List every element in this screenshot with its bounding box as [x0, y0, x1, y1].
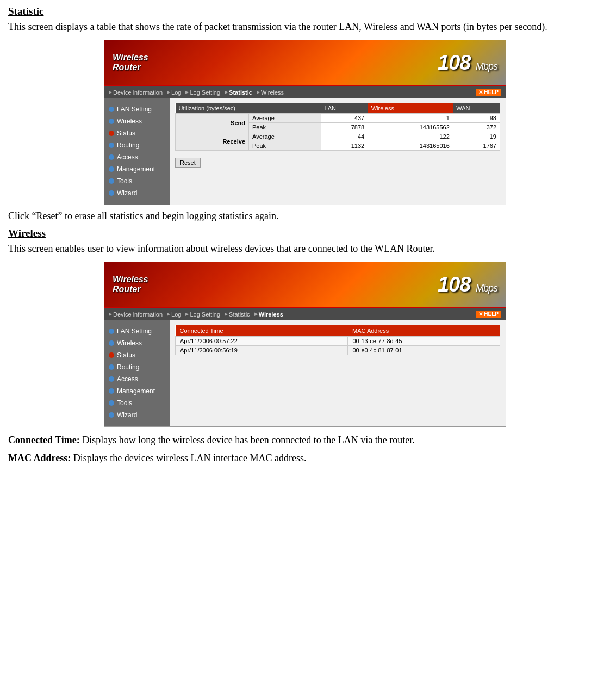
sidebar-dot [109, 400, 114, 406]
reset-button[interactable]: Reset [175, 158, 201, 168]
router-screenshot-2: Wireless Router 108 Mbps Device informat… [104, 262, 506, 427]
nav-log-setting[interactable]: Log Setting [185, 89, 220, 96]
click-note: Click “Reset” to erase all statistics an… [8, 210, 602, 222]
th-wireless: Wireless [368, 103, 453, 114]
sidebar2-routing[interactable]: Routing [104, 361, 170, 373]
nav2-device-info[interactable]: Device information [109, 311, 163, 318]
sidebar2-management[interactable]: Management [104, 385, 170, 397]
nav-statistic[interactable]: Statistic [225, 89, 252, 96]
help-button-1[interactable]: ✕ HELP [476, 89, 501, 96]
sidebar2-access[interactable]: Access [104, 373, 170, 385]
th-lan: LAN [321, 103, 368, 114]
sidebar-dot [109, 143, 114, 148]
th-connected-time: Connected Time [176, 325, 348, 337]
sidebar-tools[interactable]: Tools [104, 175, 170, 187]
send-average-label: Average [249, 114, 321, 123]
receive-average-lan: 44 [321, 132, 368, 141]
sidebar-dot [109, 178, 114, 184]
connected-time-2: Apr/11/2006 00:56:19 [176, 346, 348, 355]
sidebar-status[interactable]: Status [104, 127, 170, 139]
sidebar-dot [109, 340, 114, 346]
send-peak-wan: 372 [453, 123, 500, 132]
nav-wireless[interactable]: Wireless [257, 89, 284, 96]
sidebar-dot [109, 376, 114, 382]
mac-address-2: 00-e0-4c-81-87-01 [348, 346, 500, 355]
sidebar-dot [109, 166, 114, 172]
sidebar-wireless[interactable]: Wireless [104, 115, 170, 127]
send-average-wireless: 1 [368, 114, 453, 123]
send-peak-label: Peak [249, 123, 321, 132]
router-main-1: Utilization (bytes/sec) LAN Wireless WAN… [170, 98, 506, 205]
receive-label: Receive [176, 132, 249, 151]
section2-title: Wireless [8, 227, 602, 239]
router-speed-1: 108 Mbps [438, 51, 497, 75]
connected-time-field-label: Connected Time: [8, 435, 80, 445]
receive-peak-wan: 1767 [453, 141, 500, 151]
table-row: Send Average 437 1 98 [176, 114, 500, 123]
sidebar-dot-red [109, 352, 114, 358]
table-row: Apr/11/2006 00:56:19 00-e0-4c-81-87-01 [176, 346, 500, 355]
send-peak-wireless: 143165562 [368, 123, 453, 132]
nav2-log-setting[interactable]: Log Setting [185, 311, 220, 318]
sidebar2-wireless[interactable]: Wireless [104, 337, 170, 349]
sidebar-dot [109, 412, 114, 418]
help-button-2[interactable]: ✕ HELP [476, 311, 501, 318]
sidebar2-wizard[interactable]: Wizard [104, 409, 170, 421]
connected-time-1: Apr/11/2006 00:57:22 [176, 337, 348, 346]
th-utilization: Utilization (bytes/sec) [176, 103, 321, 114]
router-main-2: Connected Time MAC Address Apr/11/2006 0… [170, 320, 506, 426]
mac-address-1: 00-13-ce-77-8d-45 [348, 337, 500, 346]
connected-time-field-desc: Connected Time: Displays how long the wi… [8, 432, 602, 448]
nav2-log[interactable]: Log [167, 311, 181, 318]
sidebar-dot [109, 388, 114, 394]
sidebar-dot [109, 329, 114, 334]
send-average-wan: 98 [453, 114, 500, 123]
sidebar-dot [109, 107, 114, 112]
sidebar-dot [109, 364, 114, 370]
sidebar-dot [109, 119, 114, 124]
nav-items-2: Device information Log Log Setting Stati… [109, 311, 283, 318]
router-nav-1: Device information Log Log Setting Stati… [104, 86, 506, 98]
sidebar-wizard[interactable]: Wizard [104, 187, 170, 199]
nav2-wireless[interactable]: Wireless [254, 311, 283, 318]
stats-table: Utilization (bytes/sec) LAN Wireless WAN… [175, 103, 500, 151]
sidebar2-lan-setting[interactable]: LAN Setting [104, 325, 170, 337]
router-speed-2: 108 Mbps [438, 273, 497, 296]
sidebar2-tools[interactable]: Tools [104, 397, 170, 409]
sidebar-routing[interactable]: Routing [104, 139, 170, 151]
sidebar-dot [109, 190, 114, 196]
section2-description: This screen enables user to view informa… [8, 241, 602, 256]
nav-log[interactable]: Log [167, 89, 181, 96]
router-logo-line1-2: Wireless [113, 275, 148, 284]
help-icon-2: ✕ [478, 311, 483, 317]
router-nav-2: Device information Log Log Setting Stati… [104, 308, 506, 320]
router-body-1: LAN Setting Wireless Status Routing Acce… [104, 98, 506, 205]
sidebar-lan-setting[interactable]: LAN Setting [104, 103, 170, 115]
send-peak-lan: 7878 [321, 123, 368, 132]
section1-description: This screen displays a table that shows … [8, 20, 602, 34]
mac-address-field-desc: MAC Address: Displays the devices wirele… [8, 450, 602, 466]
sidebar-dot [109, 154, 114, 160]
wireless-table: Connected Time MAC Address Apr/11/2006 0… [175, 325, 500, 355]
mac-address-field-label: MAC Address: [8, 453, 71, 463]
mac-address-field-text: Displays the devices wireless LAN interf… [73, 453, 307, 463]
table-row: Receive Average 44 122 19 [176, 132, 500, 141]
receive-peak-wireless: 143165016 [368, 141, 453, 151]
router-sidebar-2: LAN Setting Wireless Status Routing Acce… [104, 320, 170, 426]
sidebar-management[interactable]: Management [104, 163, 170, 175]
router-logo-line2: Router [113, 63, 148, 72]
th-wan: WAN [453, 103, 500, 114]
sidebar-access[interactable]: Access [104, 151, 170, 163]
nav-items-1: Device information Log Log Setting Stati… [109, 89, 284, 96]
receive-average-label: Average [249, 132, 321, 141]
router-header-1: Wireless Router 108 Mbps [104, 40, 506, 86]
receive-average-wan: 19 [453, 132, 500, 141]
router-sidebar-1: LAN Setting Wireless Status Routing Acce… [104, 98, 170, 205]
sidebar2-status[interactable]: Status [104, 349, 170, 361]
nav2-statistic[interactable]: Statistic [225, 311, 250, 318]
router-screenshot-1: Wireless Router 108 Mbps Device informat… [104, 40, 506, 205]
receive-peak-label: Peak [249, 141, 321, 151]
table-row: Apr/11/2006 00:57:22 00-13-ce-77-8d-45 [176, 337, 500, 346]
nav-device-info[interactable]: Device information [109, 89, 163, 96]
receive-peak-lan: 1132 [321, 141, 368, 151]
